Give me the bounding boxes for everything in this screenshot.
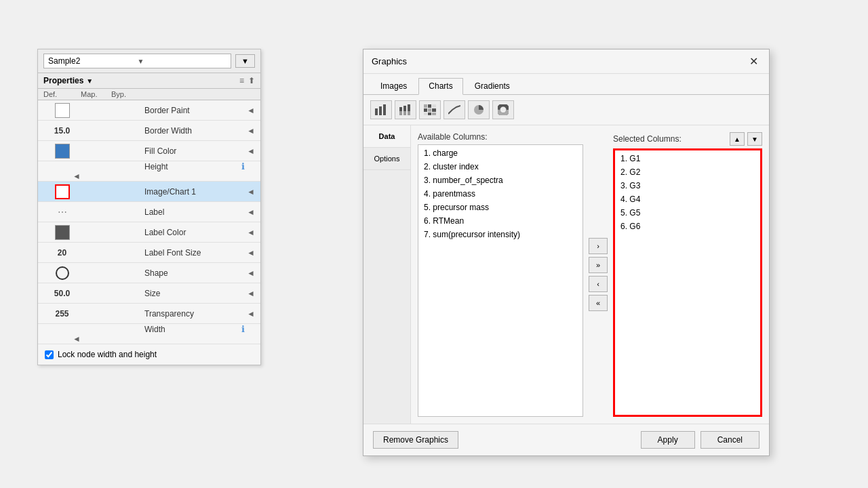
list-item[interactable]: 3. G3 <box>616 179 759 192</box>
available-columns-list[interactable]: 1. charge 2. cluster index 3. number_of_… <box>418 144 583 417</box>
sample-dropdown-label: Sample2 <box>48 56 138 66</box>
pie-chart-icon[interactable] <box>468 100 490 119</box>
move-up-button[interactable]: ▲ <box>730 132 745 146</box>
collapse-icon[interactable]: ≡ <box>239 76 244 85</box>
line-chart-icon[interactable] <box>443 100 465 119</box>
available-columns-section: Available Columns: 1. charge 2. cluster … <box>418 132 583 417</box>
chart-icons-bar <box>363 95 769 125</box>
list-item[interactable]: 2. cluster index <box>420 160 581 174</box>
property-row-transparency: 255 Transparency ◄ <box>38 304 260 324</box>
list-item[interactable]: 6. G6 <box>616 220 759 233</box>
list-item[interactable]: 4. G4 <box>616 192 759 206</box>
svg-rect-1 <box>379 106 382 115</box>
lock-checkbox[interactable] <box>45 350 54 359</box>
dialog-title: Graphics <box>372 56 407 66</box>
fill-color-arrow: ◄ <box>241 146 255 156</box>
def-cell-shape <box>43 266 81 280</box>
fill-color-label: Fill Color <box>142 146 241 156</box>
tab-images[interactable]: Images <box>370 78 417 94</box>
expand-icon[interactable]: ⬆ <box>248 76 255 85</box>
def-cell-transparency: 255 <box>43 309 81 319</box>
properties-label: Properties ▼ <box>43 76 93 85</box>
shape-circle-icon <box>56 266 69 280</box>
property-row-label-font-size: 20 Label Font Size ◄ <box>38 243 260 263</box>
svg-rect-12 <box>424 108 427 112</box>
border-paint-swatch[interactable] <box>55 103 70 118</box>
svg-rect-16 <box>428 113 431 115</box>
list-item[interactable]: 5. G5 <box>616 206 759 220</box>
selected-columns-title: Selected Columns: <box>613 134 682 144</box>
tab-bar: Images Charts Gradients <box>363 74 769 95</box>
label-prop-label: Label <box>142 207 241 217</box>
height-arrow: ◄ <box>43 171 81 181</box>
property-row-border-width: 15.0 Border Width ◄ <box>38 121 260 141</box>
svg-rect-3 <box>399 107 402 111</box>
list-item[interactable]: 2. G2 <box>616 165 759 179</box>
label-arrow: ◄ <box>241 207 255 217</box>
svg-rect-13 <box>428 108 431 112</box>
stacked-bar-chart-icon[interactable] <box>395 100 416 119</box>
border-paint-label: Border Paint <box>142 106 241 115</box>
selected-columns-list[interactable]: 1. G1 2. G2 3. G3 4. G4 5. G5 6. G6 <box>615 150 760 415</box>
left-panel: Sample2 ▼ ▼ Properties ▼ ≡ ⬆ Def. Map. B… <box>37 49 261 365</box>
def-cell-border-paint <box>43 103 81 118</box>
ring-chart-icon[interactable] <box>492 100 514 119</box>
height-label: Height <box>142 162 241 171</box>
size-label: Size <box>142 289 241 298</box>
list-item[interactable]: 5. precursor mass <box>420 201 581 214</box>
panel-options-button[interactable]: ▼ <box>235 54 255 68</box>
left-tabs: Data Options <box>363 125 411 424</box>
move-all-left-button[interactable]: « <box>589 295 608 311</box>
list-item[interactable]: 1. G1 <box>616 152 759 165</box>
width-label: Width <box>142 325 241 334</box>
lock-label: Lock node width and height <box>58 350 157 359</box>
sample-dropdown[interactable]: Sample2 ▼ <box>43 54 231 68</box>
info-icon-width: ℹ <box>241 324 252 334</box>
fill-color-swatch[interactable] <box>55 144 70 159</box>
move-down-button[interactable]: ▼ <box>747 132 762 146</box>
border-width-val: 15.0 <box>54 126 70 136</box>
tab-gradients[interactable]: Gradients <box>465 78 520 94</box>
svg-rect-15 <box>424 113 427 115</box>
move-all-right-button[interactable]: » <box>589 257 608 273</box>
property-row-label-color: Label Color ◄ <box>38 222 260 243</box>
border-paint-arrow: ◄ <box>241 106 255 115</box>
list-item[interactable]: 1. charge <box>420 146 581 160</box>
cancel-button[interactable]: Cancel <box>701 431 760 449</box>
tab-charts[interactable]: Charts <box>418 78 462 95</box>
left-tab-options[interactable]: Options <box>363 148 410 170</box>
close-button[interactable]: ✕ <box>747 55 761 68</box>
svg-rect-10 <box>428 104 431 108</box>
transfer-buttons: › » ‹ « <box>589 132 608 417</box>
selected-columns-section: Selected Columns: ▲ ▼ 1. G1 2. G2 3. G3 … <box>613 132 762 417</box>
move-left-button[interactable]: ‹ <box>589 276 608 292</box>
property-row-height: Height ℹ ◄ <box>38 161 260 182</box>
def-cell-fill-color <box>43 144 81 159</box>
label-font-size-arrow: ◄ <box>241 248 255 258</box>
remove-graphics-button[interactable]: Remove Graphics <box>373 431 458 449</box>
left-tab-data[interactable]: Data <box>363 125 410 148</box>
byp-header: Byp. <box>111 90 142 98</box>
svg-rect-8 <box>408 111 410 115</box>
dialog-content: Available Columns: 1. charge 2. cluster … <box>411 125 769 424</box>
list-item[interactable]: 6. RTMean <box>420 214 581 228</box>
bar-chart-icon[interactable] <box>370 100 392 119</box>
map-header: Map. <box>81 90 111 98</box>
svg-rect-2 <box>383 104 386 115</box>
list-item[interactable]: 4. parentmass <box>420 187 581 201</box>
dialog-body: Data Options Available Columns: 1. charg… <box>363 125 769 424</box>
svg-rect-9 <box>424 104 427 108</box>
width-arrow: ◄ <box>43 334 81 344</box>
svg-rect-11 <box>432 104 436 108</box>
transparency-arrow: ◄ <box>241 309 255 319</box>
move-right-button[interactable]: › <box>589 238 608 254</box>
heatmap-icon[interactable] <box>419 100 441 119</box>
svg-rect-7 <box>408 104 410 111</box>
image-chart-swatch[interactable] <box>55 184 70 199</box>
def-cell-size: 50.0 <box>43 289 81 298</box>
apply-button[interactable]: Apply <box>641 431 695 449</box>
list-item[interactable]: 7. sum(precursor intensity) <box>420 228 581 241</box>
label-font-size-val: 20 <box>58 248 66 258</box>
label-color-swatch[interactable] <box>55 225 70 240</box>
list-item[interactable]: 3. number_of_spectra <box>420 174 581 187</box>
